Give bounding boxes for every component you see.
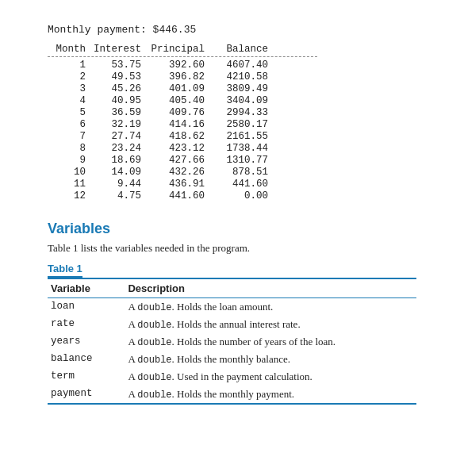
var-description: A double. Used in the payment calculatio… — [125, 368, 416, 386]
col-variable-header: Variable — [48, 278, 125, 298]
table-row: 727.74418.622161.55 — [48, 131, 416, 142]
cell-interest: 49.53 — [86, 71, 141, 83]
list-item: termA double. Used in the payment calcul… — [48, 368, 416, 386]
cell-principal: 423.12 — [141, 143, 205, 154]
cell-balance: 0.00 — [205, 190, 268, 202]
cell-balance: 1310.77 — [205, 155, 268, 166]
table-row: 918.69427.661310.77 — [48, 155, 416, 166]
table-row: 119.44436.91441.60 — [48, 178, 416, 190]
cell-month: 4 — [48, 95, 86, 106]
cell-principal: 396.82 — [141, 71, 205, 83]
cell-balance: 3809.49 — [205, 83, 268, 94]
var-description: A double. Holds the annual interest rate… — [125, 316, 416, 333]
cell-principal: 418.62 — [141, 131, 205, 142]
cell-month: 7 — [48, 131, 86, 142]
var-name: loan — [48, 298, 125, 317]
cell-interest: 27.74 — [86, 131, 141, 142]
var-name: rate — [48, 316, 125, 333]
cell-principal: 441.60 — [141, 190, 205, 202]
variables-intro: Table 1 lists the variables needed in th… — [48, 242, 416, 255]
cell-month: 12 — [48, 190, 86, 202]
variables-heading: Variables — [48, 221, 416, 237]
cell-principal: 414.16 — [141, 119, 205, 130]
cell-month: 6 — [48, 119, 86, 130]
cell-month: 3 — [48, 83, 86, 94]
table-row: 249.53396.824210.58 — [48, 71, 416, 83]
list-item: paymentA double. Holds the monthly payme… — [48, 386, 416, 404]
var-description: A double. Holds the loan amount. — [125, 298, 416, 317]
cell-month: 1 — [48, 60, 86, 71]
cell-balance: 2994.33 — [205, 107, 268, 118]
var-description: A double. Holds the monthly payment. — [125, 386, 416, 404]
cell-principal: 401.09 — [141, 83, 205, 94]
table-row: 536.59409.762994.33 — [48, 107, 416, 118]
cell-principal: 392.60 — [141, 60, 205, 71]
list-item: rateA double. Holds the annual interest … — [48, 316, 416, 333]
cell-principal: 405.40 — [141, 95, 205, 106]
cell-balance: 441.60 — [205, 178, 268, 190]
cell-interest: 18.69 — [86, 155, 141, 166]
cell-balance: 3404.09 — [205, 95, 268, 106]
cell-balance: 1738.44 — [205, 143, 268, 154]
col-header-principal: Principal — [141, 44, 205, 55]
table-row: 153.75392.604607.40 — [48, 60, 416, 71]
var-name: balance — [48, 351, 125, 368]
monthly-payment-label: Monthly payment: $446.35 — [48, 24, 416, 36]
cell-balance: 2580.17 — [205, 119, 268, 130]
cell-month: 5 — [48, 107, 86, 118]
cell-month: 11 — [48, 178, 86, 190]
amortization-rows: 153.75392.604607.40249.53396.824210.5834… — [48, 60, 416, 202]
amortization-table: Month Interest Principal Balance 153.753… — [48, 44, 416, 202]
var-description: A double. Holds the number of years of t… — [125, 333, 416, 351]
variables-table: Variable Description loanA double. Holds… — [48, 278, 416, 405]
cell-month: 2 — [48, 71, 86, 83]
cell-interest: 9.44 — [86, 178, 141, 190]
table-row: 124.75441.600.00 — [48, 190, 416, 202]
cell-interest: 40.95 — [86, 95, 141, 106]
var-description: A double. Holds the monthly balance. — [125, 351, 416, 368]
cell-principal: 427.66 — [141, 155, 205, 166]
cell-interest: 53.75 — [86, 60, 141, 71]
var-name: payment — [48, 386, 125, 404]
cell-month: 8 — [48, 143, 86, 154]
var-table-body: loanA double. Holds the loan amount.rate… — [48, 298, 416, 405]
col-header-month: Month — [48, 44, 86, 55]
var-table-header: Variable Description — [48, 278, 416, 298]
cell-balance: 2161.55 — [205, 131, 268, 142]
cell-balance: 878.51 — [205, 167, 268, 178]
cell-interest: 45.26 — [86, 83, 141, 94]
table-row: 632.19414.162580.17 — [48, 119, 416, 130]
col-header-balance: Balance — [205, 44, 268, 55]
cell-interest: 32.19 — [86, 119, 141, 130]
cell-interest: 4.75 — [86, 190, 141, 202]
col-description-header: Description — [125, 278, 416, 298]
table-row: 823.24423.121738.44 — [48, 143, 416, 154]
list-item: yearsA double. Holds the number of years… — [48, 333, 416, 351]
cell-principal: 409.76 — [141, 107, 205, 118]
cell-month: 9 — [48, 155, 86, 166]
cell-month: 10 — [48, 167, 86, 178]
var-name: term — [48, 368, 125, 386]
cell-balance: 4210.58 — [205, 71, 268, 83]
cell-interest: 36.59 — [86, 107, 141, 118]
table-row: 440.95405.403404.09 — [48, 95, 416, 106]
cell-principal: 432.26 — [141, 167, 205, 178]
table-divider — [48, 56, 317, 57]
cell-principal: 436.91 — [141, 178, 205, 190]
list-item: loanA double. Holds the loan amount. — [48, 298, 416, 317]
table1-label: Table 1 — [48, 263, 82, 278]
col-header-interest: Interest — [86, 44, 141, 55]
table-row: 1014.09432.26878.51 — [48, 167, 416, 178]
var-name: years — [48, 333, 125, 351]
table1-section: Table 1 Variable Description loanA doubl… — [48, 263, 416, 405]
table-row: 345.26401.093809.49 — [48, 83, 416, 94]
cell-balance: 4607.40 — [205, 60, 268, 71]
table-header-row: Month Interest Principal Balance — [48, 44, 416, 55]
cell-interest: 23.24 — [86, 143, 141, 154]
list-item: balanceA double. Holds the monthly balan… — [48, 351, 416, 368]
cell-interest: 14.09 — [86, 167, 141, 178]
